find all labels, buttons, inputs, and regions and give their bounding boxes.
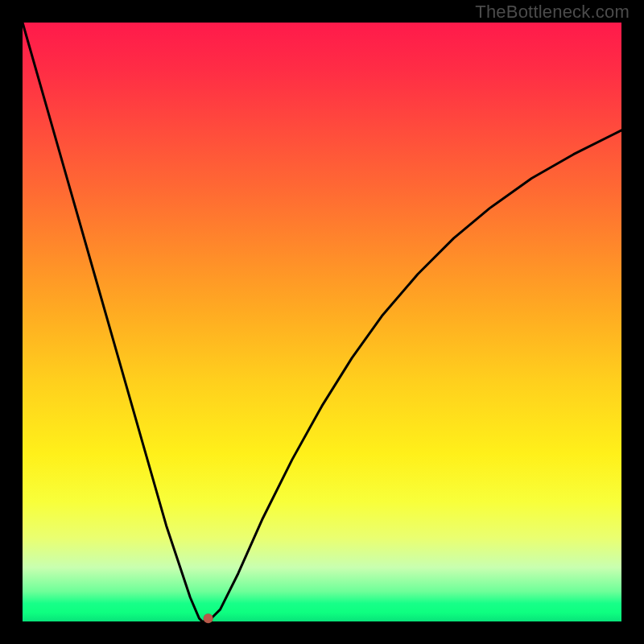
optimal-point-marker (204, 613, 213, 623)
chart-svg (23, 23, 621, 621)
bottleneck-curve (23, 23, 621, 621)
plot-area (23, 23, 621, 621)
chart-frame: TheBottleneck.com (0, 0, 644, 644)
watermark-text: TheBottleneck.com (475, 2, 630, 23)
